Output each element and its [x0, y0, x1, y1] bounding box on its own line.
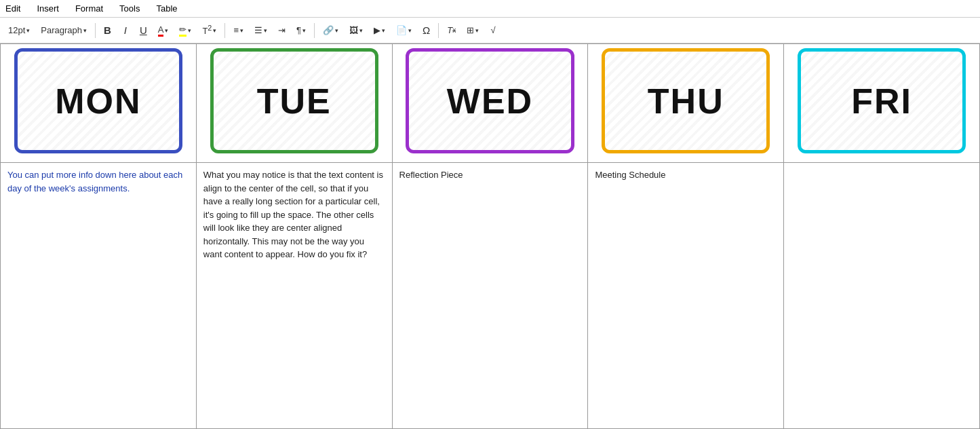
- highlight-button[interactable]: ✏ ▾: [175, 22, 195, 39]
- separator-4: [438, 23, 439, 38]
- fri-label: FRI: [851, 81, 912, 122]
- mon-header: MON: [1, 44, 197, 163]
- paragraph-style-selector[interactable]: Paragraph ▾: [37, 22, 91, 39]
- header-row: MON TUE WED THU FRI: [1, 44, 980, 163]
- mon-content-cell[interactable]: You can put more info down here about ea…: [1, 163, 197, 429]
- mon-content-text: You can put more info down here about ea…: [7, 170, 182, 193]
- italic-button[interactable]: I: [118, 22, 133, 39]
- separator-2: [224, 23, 225, 38]
- font-size-chevron: ▾: [26, 27, 30, 34]
- superscript-chevron: ▾: [213, 27, 216, 34]
- content-row: You can put more info down here about ea…: [1, 163, 980, 429]
- thu-box: THU: [602, 48, 770, 153]
- table-button[interactable]: ⊞ ▾: [463, 22, 483, 39]
- image-chevron: ▾: [359, 27, 363, 34]
- mon-label: MON: [55, 81, 141, 122]
- tue-content-cell[interactable]: What you may notice is that the text con…: [196, 163, 392, 429]
- underline-button[interactable]: U: [136, 22, 151, 39]
- font-size-selector[interactable]: 12pt ▾: [4, 22, 34, 39]
- doc-chevron: ▾: [408, 27, 412, 34]
- thu-content-cell[interactable]: Meeting Schedule: [588, 163, 784, 429]
- align-button[interactable]: ≡ ▾: [229, 22, 248, 39]
- formula-button[interactable]: √: [486, 22, 501, 39]
- image-button[interactable]: 🖼 ▾: [345, 22, 367, 39]
- link-chevron: ▾: [335, 27, 338, 34]
- menu-table[interactable]: Table: [153, 2, 180, 15]
- tue-header: TUE: [196, 44, 392, 163]
- rtl-button[interactable]: ¶ ▾: [292, 22, 310, 39]
- wed-box: WED: [406, 48, 574, 153]
- media-chevron: ▾: [382, 27, 385, 34]
- wed-header: WED: [392, 44, 588, 163]
- table-chevron: ▾: [475, 27, 479, 34]
- thu-label: THU: [648, 81, 724, 122]
- doc-button[interactable]: 📄 ▾: [392, 22, 416, 39]
- tue-label: TUE: [257, 81, 332, 122]
- list-chevron: ▾: [264, 27, 267, 34]
- indent-button[interactable]: ⇥: [274, 22, 290, 39]
- paragraph-chevron: ▾: [83, 27, 87, 34]
- menu-edit[interactable]: Edit: [3, 2, 23, 15]
- menu-bar: Edit Insert Format Tools Table: [0, 0, 980, 18]
- rtl-chevron: ▾: [302, 27, 306, 34]
- menu-format[interactable]: Format: [73, 2, 106, 15]
- media-button[interactable]: ▶ ▾: [370, 22, 389, 39]
- font-color-button[interactable]: A ▾: [154, 22, 173, 39]
- superscript-button[interactable]: T2 ▾: [198, 22, 220, 39]
- thu-content-text: Meeting Schedule: [595, 170, 665, 180]
- content-area: MON TUE WED THU FRI: [0, 43, 980, 429]
- tue-content-text: What you may notice is that the text con…: [203, 170, 383, 259]
- week-table: MON TUE WED THU FRI: [0, 43, 980, 429]
- highlight-chevron: ▾: [188, 27, 191, 34]
- font-color-chevron: ▾: [165, 27, 168, 34]
- mon-box: MON: [14, 48, 182, 153]
- menu-insert[interactable]: Insert: [34, 2, 62, 15]
- link-button[interactable]: 🔗 ▾: [319, 22, 342, 39]
- separator-1: [95, 23, 96, 38]
- align-chevron: ▾: [240, 27, 243, 34]
- thu-header: THU: [588, 44, 784, 163]
- wed-content-cell[interactable]: Reflection Piece: [392, 163, 588, 429]
- clear-format-button[interactable]: Tx: [443, 22, 460, 39]
- tue-box: TUE: [210, 48, 378, 153]
- fri-box: FRI: [798, 48, 966, 153]
- fri-content-cell[interactable]: [784, 163, 980, 429]
- fri-header: FRI: [784, 44, 980, 163]
- wed-label: WED: [447, 81, 533, 122]
- list-button[interactable]: ☰ ▾: [250, 22, 271, 39]
- special-chars-button[interactable]: Ω: [418, 22, 434, 39]
- toolbar: 12pt ▾ Paragraph ▾ B I U A ▾ ✏ ▾ T2 ▾ ≡ …: [0, 18, 980, 43]
- menu-tools[interactable]: Tools: [117, 2, 142, 15]
- bold-button[interactable]: B: [100, 22, 115, 39]
- separator-3: [314, 23, 315, 38]
- wed-content-text: Reflection Piece: [399, 170, 463, 180]
